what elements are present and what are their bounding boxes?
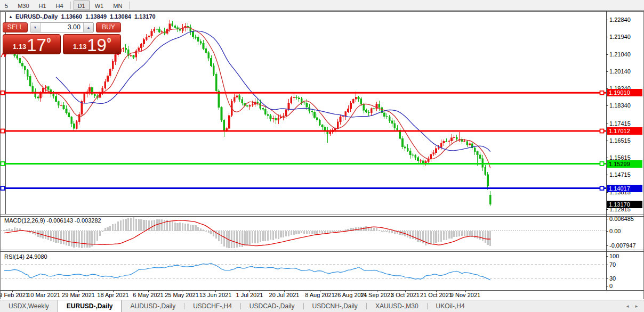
price-axis-tick [606,54,608,55]
ohlc-low: 1.13084 [110,13,131,20]
timeframe-button-h4[interactable]: H4 [52,1,68,10]
one-click-toggle-icon[interactable]: ▲ [9,14,13,19]
price-axis-tick [606,20,608,20]
timeframe-toolbar: 5M30H1H4D1W1MN [0,0,644,11]
macd-label: MACD(12,26,9) -0.006143 -0.003282 [4,217,101,224]
sell-price-tile[interactable]: 1.13 17 0 [3,34,61,54]
volume-increment-button[interactable]: ▲ [83,23,93,32]
rsi-axis-tick [606,265,608,265]
timeframe-button-mn[interactable]: MN [109,1,126,10]
timeframe-button-h1[interactable]: H1 [35,1,51,10]
price-axis-border [606,11,607,290]
price-axis-tick [606,192,608,193]
pane-separator [0,216,644,217]
timeframe-button-m30[interactable]: M30 [13,1,33,10]
chart-tab-xauusd-m30[interactable]: XAUUSD-,M30 [367,300,427,312]
date-axis-label: 20 Jul 2021 [269,292,300,298]
timeframe-button-5[interactable]: 5 [1,1,12,10]
price-axis-tick [606,175,608,175]
terminal-window: 5M30H1H4D1W1MN ▲EURUSD-,Daily 1.13660 1.… [0,0,644,312]
pane-separator [0,251,644,252]
date-axis-label: 29 Mar 2021 [62,292,95,298]
price-axis-tick [606,37,608,37]
price-axis-label: 1.18340 [609,102,631,109]
buy-pips: 19 [87,37,107,53]
volume-stepper: ▼ 3.00 ▲ [30,22,94,32]
rsi-axis-label: 0 [609,283,613,289]
price-level-tag: 1.15299 [607,160,642,168]
buy-button[interactable]: BUY [96,22,121,32]
ohlc-open: 1.13660 [61,13,82,20]
buy-price-tile[interactable]: 1.13 19 0 [63,34,121,54]
timeframe-button-w1[interactable]: W1 [91,1,108,10]
date-axis-label: 13 Jun 2021 [199,292,232,298]
rsi-axis-tick [606,278,608,279]
timeframe-button-d1[interactable]: D1 [74,1,90,10]
volume-decrement-button[interactable]: ▼ [30,23,41,32]
price-axis-label: 1.16515 [609,137,631,144]
pane-separator[interactable] [0,250,644,250]
price-axis-tick [606,141,608,141]
sell-pipette: 0 [47,36,51,44]
chart-tab-usdcnh-daily[interactable]: USDCNH-,Daily [304,300,366,312]
tab-scroll-left-icon[interactable]: ◄ [625,304,630,309]
date-axis-label: 9 Nov 2021 [450,292,480,298]
current-price-tag: 1.13170 [607,201,642,208]
date-axis-label: 1 Jul 2021 [236,292,263,298]
macd-axis-label: 0.006485 [609,216,634,222]
price-level-tag: 1.17012 [607,127,642,135]
buy-big-figure: 1.13 [73,43,86,51]
sell-pips: 17 [27,37,46,53]
rsi-axis-label: 30 [609,275,616,282]
price-axis-tick [606,105,608,106]
chart-header: ▲EURUSD-,Daily 1.13660 1.13849 1.13084 1… [9,13,157,20]
rsi-axis-tick [606,286,608,286]
sell-button[interactable]: SELL [3,22,28,32]
ohlc-high: 1.13849 [85,13,107,20]
chart-tab-eurusd-daily[interactable]: EURUSD-,Daily [58,300,122,312]
rsi-axis-label: 70 [609,261,616,268]
date-axis-label: 8 Aug 2021 [305,292,335,298]
price-level-tag: 1.14017 [607,185,642,192]
price-axis-label: 1.21940 [609,34,631,40]
chart-tab-usdx-weekly[interactable]: USDX,Weekly [0,300,58,312]
volume-field[interactable]: 3.00 [41,23,83,32]
chart-tab-bar: USDX,WeeklyEURUSD-,DailyAUDUSD-,DailyUSD… [0,300,644,312]
date-axis-label: 14 Sep 2021 [360,292,393,298]
date-axis-label: 10 Mar 2021 [27,292,60,298]
rsi-label: RSI(14) 24.9080 [4,253,47,260]
price-axis-label: 1.14715 [609,171,631,178]
price-axis-tick [606,124,608,124]
date-axis-border [0,290,644,291]
price-axis-label: 1.22840 [609,17,631,23]
date-axis-label: 19 Feb 2021 [0,292,29,298]
tab-scroll-arrows: ◄► [625,300,644,312]
toolbar-separator [129,2,130,9]
date-axis-label: 3 Oct 2021 [391,292,420,298]
date-axis-label: 18 Apr 2021 [97,292,128,298]
price-axis-label: 1.21040 [609,51,631,58]
macd-axis-label: 0.00 [609,228,621,234]
chart-tab-usdchf-h4[interactable]: USDCHF-,H4 [184,300,240,312]
chart-tab-usdcad-daily[interactable]: USDCAD-,Daily [241,300,303,312]
sell-big-figure: 1.13 [13,43,26,51]
macd-axis-tick [606,219,608,219]
tab-scroll-right-icon[interactable]: ► [634,304,639,309]
price-axis-label: 1.17415 [609,120,631,127]
toolbar-separator [70,2,71,9]
one-click-trading-panel: SELL ▼ 3.00 ▲ BUY 1.13 17 0 1.13 19 0 [3,22,121,54]
price-axis-tick [606,158,608,158]
pane-separator[interactable] [0,215,644,215]
buy-pipette: 0 [107,36,111,44]
date-axis-label: 25 May 2021 [165,292,199,298]
chart-tab-audusd-daily[interactable]: AUDUSD-,Daily [122,300,184,312]
ohlc-close: 1.13170 [134,13,156,20]
date-axis-label: 6 May 2021 [133,292,163,298]
macd-axis-label: -0.007947 [609,242,636,249]
price-axis-label: 1.20140 [609,68,631,75]
macd-axis-tick [606,231,608,232]
rsi-axis-label: 100 [609,253,619,259]
date-axis-label: 21 Oct 2021 [420,292,452,298]
chart-tab-ukoil-h4[interactable]: UKOil-,H4 [428,300,473,312]
price-level-tag: 1.19010 [607,89,642,96]
